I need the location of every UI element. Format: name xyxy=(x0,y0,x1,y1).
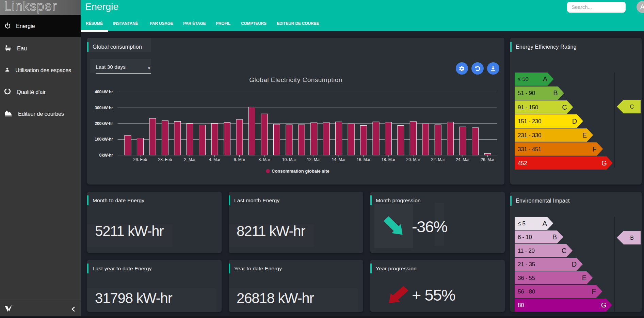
svg-text:21 - 35: 21 - 35 xyxy=(518,261,535,268)
svg-text:80: 80 xyxy=(518,302,524,308)
svg-text:C: C xyxy=(562,104,567,111)
svg-text:28. Feb: 28. Feb xyxy=(158,157,172,162)
svg-text:26. Feb: 26. Feb xyxy=(133,157,147,162)
svg-text:G: G xyxy=(601,159,607,167)
svg-text:C: C xyxy=(562,247,566,254)
svg-text:200kW-hr: 200kW-hr xyxy=(95,121,113,126)
svg-text:452: 452 xyxy=(518,160,527,166)
svg-text:18. Mar: 18. Mar xyxy=(382,157,396,162)
svg-text:6. Mar: 6. Mar xyxy=(234,157,245,162)
svg-text:300kW-hr: 300kW-hr xyxy=(95,106,113,110)
svg-text:16. Mar: 16. Mar xyxy=(357,157,371,162)
svg-text:B: B xyxy=(630,235,634,241)
svg-text:26. Mar: 26. Mar xyxy=(481,157,495,162)
svg-text:4. Mar: 4. Mar xyxy=(209,157,221,162)
svg-text:D: D xyxy=(572,260,577,268)
svg-text:400kW-hr: 400kW-hr xyxy=(95,90,113,94)
svg-text:151 - 230: 151 - 230 xyxy=(518,118,541,125)
svg-text:≤ 50: ≤ 50 xyxy=(518,76,529,82)
svg-text:≤ 5: ≤ 5 xyxy=(518,220,526,227)
svg-text:14. Mar: 14. Mar xyxy=(332,157,346,162)
svg-text:2. Mar: 2. Mar xyxy=(184,157,196,162)
svg-text:D: D xyxy=(572,117,577,125)
svg-text:B: B xyxy=(552,233,557,241)
svg-text:G: G xyxy=(601,301,607,309)
svg-text:E: E xyxy=(582,131,587,139)
svg-text:231 - 330: 231 - 330 xyxy=(518,132,541,139)
svg-text:0kW-hr: 0kW-hr xyxy=(99,153,113,158)
svg-text:24. Mar: 24. Mar xyxy=(456,157,470,162)
svg-text:100kW-hr: 100kW-hr xyxy=(95,137,113,142)
svg-text:8. Mar: 8. Mar xyxy=(258,157,270,162)
svg-text:F: F xyxy=(592,145,596,153)
svg-text:56 - 80: 56 - 80 xyxy=(518,288,535,295)
svg-text:51 - 90: 51 - 90 xyxy=(518,90,535,96)
svg-text:20. Mar: 20. Mar xyxy=(406,157,420,162)
svg-text:B: B xyxy=(553,89,558,97)
svg-text:10. Mar: 10. Mar xyxy=(282,157,296,162)
svg-text:A: A xyxy=(543,220,547,227)
svg-text:F: F xyxy=(592,288,596,295)
svg-text:6 - 10: 6 - 10 xyxy=(518,234,532,240)
svg-text:11 - 20: 11 - 20 xyxy=(518,248,535,254)
svg-text:12. Mar: 12. Mar xyxy=(307,157,321,162)
svg-text:22. Mar: 22. Mar xyxy=(431,157,445,162)
svg-text:E: E xyxy=(582,274,586,282)
svg-text:Consommation globale site: Consommation globale site xyxy=(272,169,329,174)
svg-text:A: A xyxy=(543,75,548,83)
svg-text:91 - 150: 91 - 150 xyxy=(518,104,538,111)
svg-text:C: C xyxy=(630,104,634,110)
svg-text:331 - 451: 331 - 451 xyxy=(518,146,541,153)
svg-text:36 - 55: 36 - 55 xyxy=(518,275,535,281)
